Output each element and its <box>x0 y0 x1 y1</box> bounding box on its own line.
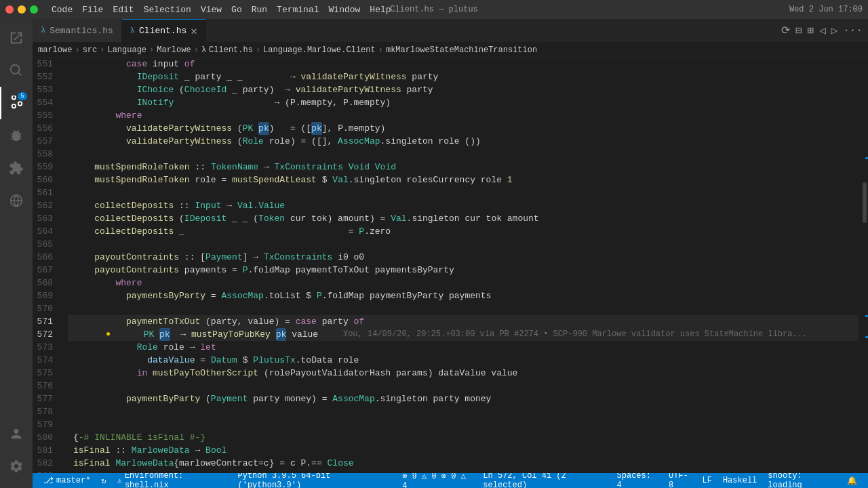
line-numbers: 551 552 553 554 555 556 557 558 559 560 … <box>33 58 68 473</box>
activity-search[interactable] <box>0 54 33 87</box>
ln-573: 573 <box>33 341 60 354</box>
tab-nav-next-icon[interactable]: ▷ <box>831 24 838 37</box>
window-title: Client.hs — plutus <box>390 5 478 14</box>
scrollbar-thumb[interactable] <box>863 182 867 223</box>
tab-collapse-icon[interactable]: ⊞ <box>807 24 814 37</box>
breadcrumb-src[interactable]: src <box>83 45 98 55</box>
status-encoding[interactable]: UTF-8 <box>663 471 697 488</box>
code-line-560: mustSpendRoleToken role = mustSpendAtLea… <box>68 174 859 186</box>
ln-575: 575 <box>33 367 60 380</box>
breadcrumb-language[interactable]: Language <box>107 45 146 55</box>
tab-bar: λ Semantics.hs λ Client.hs ✕ ⟳ ⊟ ⊞ ◁ ▷ ·… <box>33 19 868 43</box>
code-line-552: IDeposit _ party _ _ → validatePartyWitn… <box>68 70 859 83</box>
activity-bar: 5 <box>0 19 33 488</box>
code-line-559: mustSpendRoleToken :: TokenName → TxCons… <box>68 161 859 174</box>
menu-run[interactable]: Run <box>252 5 267 15</box>
ln-572: 572 <box>33 328 60 341</box>
status-language[interactable]: Haskell <box>717 476 762 485</box>
position-text: Ln 572, Col 41 (2 selected) <box>483 471 606 488</box>
bell-icon: 🔔 <box>847 476 857 486</box>
scrollbar-marker-1 <box>865 157 868 159</box>
status-errors[interactable]: ⊗ 9 △ 0 ⊗ 0 △ 4 <box>397 473 477 488</box>
env-icon: ⚠ <box>117 476 122 486</box>
menu-selection[interactable]: Selection <box>144 5 191 15</box>
minimize-button[interactable] <box>18 5 26 14</box>
activity-account[interactable] <box>0 418 33 450</box>
code-line-571: paymentToTxOut (party, value) = case par… <box>68 315 859 328</box>
status-eol[interactable]: LF <box>697 476 717 485</box>
tab-nav-prev-icon[interactable]: ◁ <box>819 24 826 37</box>
tab-history-icon[interactable]: ⟳ <box>781 24 790 37</box>
ln-555: 555 <box>33 109 60 122</box>
branch-name: master* <box>56 476 90 485</box>
code-line-570 <box>68 302 859 315</box>
status-environment[interactable]: ⚠ Environment: shell.nix <box>112 473 233 488</box>
activity-extensions[interactable] <box>0 152 33 184</box>
scm-badge: 5 <box>18 92 27 100</box>
ln-561: 561 <box>33 186 60 199</box>
tab-split-icon[interactable]: ⊟ <box>795 24 802 37</box>
activity-debug[interactable] <box>0 119 33 152</box>
ln-581: 581 <box>33 444 60 457</box>
code-line-566: payoutContraints :: [Payment] → TxConstr… <box>68 251 859 264</box>
tab-more-icon[interactable]: ··· <box>843 24 863 37</box>
ln-566: 566 <box>33 251 60 264</box>
menu-file[interactable]: File <box>82 5 103 15</box>
ln-569: 569 <box>33 289 60 302</box>
tab-client[interactable]: λ Client.hs ✕ <box>122 19 206 42</box>
eol-text: LF <box>703 476 712 485</box>
editor-area: λ Semantics.hs λ Client.hs ✕ ⟳ ⊟ ⊞ ◁ ▷ ·… <box>33 19 868 488</box>
code-line-572: ● PK pk → mustPayToPubKey pk value You, … <box>68 328 859 341</box>
code-line-556: validatePartyWitness (PK pk) = ([pk], P.… <box>68 122 859 135</box>
status-sync[interactable]: ↻ <box>96 473 111 488</box>
tab-semantics[interactable]: λ Semantics.hs <box>33 19 122 42</box>
breadcrumb-function[interactable]: mkMarloweStateMachineTransition <box>386 45 537 55</box>
breadcrumb-module[interactable]: Language.Marlowe.Client <box>263 45 376 55</box>
encoding-text: UTF-8 <box>669 471 692 488</box>
ln-571: 571 <box>33 315 60 328</box>
activity-explorer[interactable] <box>0 22 33 54</box>
code-line-583 <box>68 470 859 473</box>
ln-579: 579 <box>33 418 60 431</box>
status-spaces[interactable]: Spaces: 4 <box>612 471 663 488</box>
breadcrumb-clienths[interactable]: λ Client.hs <box>201 45 253 55</box>
sync-icon: ↻ <box>101 476 106 486</box>
code-line-567: payoutContraints payments = P.foldMap pa… <box>68 264 859 277</box>
tab-semantics-label: Semantics.hs <box>50 26 113 36</box>
breadcrumb: marlowe › src › Language › Marlowe › λ C… <box>33 43 868 58</box>
code-line-551: case input of <box>68 58 859 70</box>
activity-settings[interactable] <box>0 450 33 483</box>
semantics-file-icon: λ <box>41 26 45 35</box>
code-line-565 <box>68 238 859 251</box>
menu-code[interactable]: Code <box>52 5 73 15</box>
close-button[interactable] <box>5 5 14 14</box>
activity-scm[interactable]: 5 <box>0 87 33 119</box>
status-notifications[interactable]: 🔔 <box>842 476 863 486</box>
breadcrumb-marlowe[interactable]: marlowe <box>38 45 72 55</box>
tab-close-button[interactable]: ✕ <box>191 24 197 38</box>
code-editor[interactable]: 551 552 553 554 555 556 557 558 559 560 … <box>33 58 868 473</box>
status-linter[interactable]: snooty: loading <box>762 471 842 488</box>
ln-556: 556 <box>33 122 60 135</box>
code-line-554: INotify → (P.mempty, P.mempty) <box>68 96 859 109</box>
code-line-578 <box>68 405 859 418</box>
menu-view[interactable]: View <box>201 5 222 15</box>
menu-help[interactable]: Help <box>370 5 391 15</box>
code-line-574: dataValue = Datum $ PlutusTx.toData role <box>68 354 859 367</box>
status-python[interactable]: Python 3.9.5 64-bit ('python3.9') <box>233 473 397 488</box>
breadcrumb-marlowe2[interactable]: Marlowe <box>157 45 191 55</box>
menu-terminal[interactable]: Terminal <box>277 5 319 15</box>
menu-edit[interactable]: Edit <box>113 5 134 15</box>
menu-go[interactable]: Go <box>231 5 242 15</box>
ln-577: 577 <box>33 392 60 405</box>
code-line-573: Role role → let <box>68 341 859 354</box>
vertical-scrollbar[interactable] <box>859 58 868 473</box>
status-position[interactable]: Ln 572, Col 41 (2 selected) <box>477 471 611 488</box>
status-branch[interactable]: ⎇ master* <box>38 473 96 488</box>
code-line-579 <box>68 418 859 431</box>
menu-window[interactable]: Window <box>329 5 361 15</box>
activity-remote[interactable] <box>0 184 33 217</box>
ln-580: 580 <box>33 431 60 444</box>
environment-text: Environment: shell.nix <box>125 471 227 488</box>
maximize-button[interactable] <box>30 5 38 14</box>
